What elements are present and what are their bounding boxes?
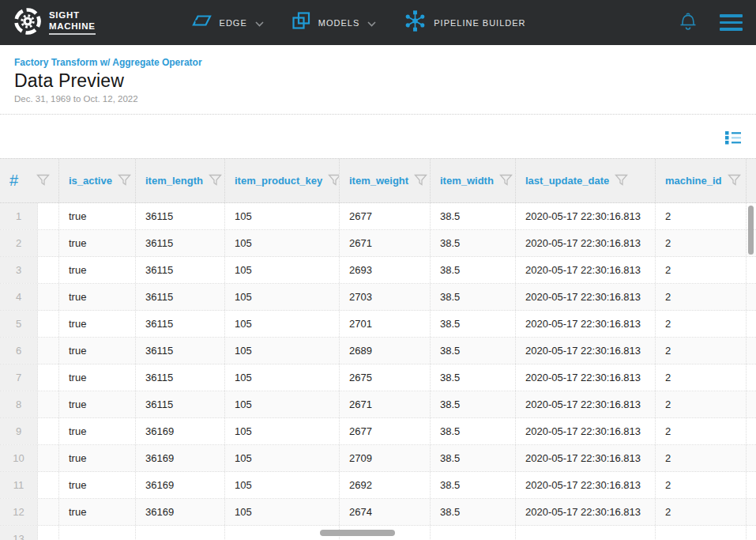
cell-clipped xyxy=(747,526,756,540)
notifications-bell-icon[interactable] xyxy=(679,10,698,35)
nav-item-pipeline-builder[interactable]: PIPELINE BUILDER xyxy=(404,10,525,35)
row-number-cell: 9 xyxy=(0,418,38,444)
filter-icon[interactable] xyxy=(414,174,427,188)
filter-icon[interactable] xyxy=(328,174,340,188)
breadcrumb-link[interactable]: Factory Transform w/ Aggregate Operator xyxy=(14,57,756,68)
horizontal-scrollbar-thumb[interactable] xyxy=(320,530,395,536)
cell-machine_id: 2 xyxy=(656,284,747,310)
column-header-item_weight[interactable]: item_weight xyxy=(340,159,431,202)
hamburger-menu-icon[interactable] xyxy=(720,14,743,31)
column-header-is_active[interactable]: is_active xyxy=(59,159,136,202)
filter-icon[interactable] xyxy=(36,174,50,188)
cell-clipped xyxy=(747,445,756,471)
cell-machine_id: 2 xyxy=(656,499,747,525)
filter-icon[interactable] xyxy=(615,174,628,188)
cell-machine_id: 2 xyxy=(656,311,747,337)
column-header-machine_id[interactable]: machine_id xyxy=(656,159,747,202)
chevron-down-icon xyxy=(367,16,376,30)
cell-item_width: 38.5 xyxy=(431,391,516,417)
cell-last_update_date: 2020-05-17 22:30:16.813 xyxy=(516,257,656,283)
table-row: 8 true 36115 105 2671 38.5 2020-05-17 22… xyxy=(0,391,756,418)
column-header-row-number[interactable]: # xyxy=(0,159,59,202)
cell-last_update_date: 2020-05-17 22:30:16.813 xyxy=(516,203,656,229)
cell-item_length: 36115 xyxy=(136,391,225,417)
cell-clipped xyxy=(747,418,756,444)
column-header-item_length[interactable]: item_length xyxy=(136,159,225,202)
cell-is_active: true xyxy=(59,230,136,256)
cell-is_active xyxy=(59,526,136,540)
cell-machine_id: 2 xyxy=(656,391,747,417)
cell-machine_id: 2 xyxy=(656,445,747,471)
cell-item_weight: 2692 xyxy=(340,472,431,498)
spacer-cell xyxy=(38,391,59,417)
table-row: 3 true 36115 105 2693 38.5 2020-05-17 22… xyxy=(0,257,756,284)
filter-icon[interactable] xyxy=(118,174,131,188)
cell-item_length: 36115 xyxy=(136,230,225,256)
column-header-item_product_key[interactable]: item_product_key xyxy=(225,159,340,202)
row-number-cell: 7 xyxy=(0,364,38,391)
cell-clipped xyxy=(747,311,756,337)
cell-is_active: true xyxy=(59,472,136,498)
column-label: item_weight xyxy=(349,175,408,187)
row-number-cell: 12 xyxy=(0,499,38,525)
cell-last_update_date: 2020-05-17 22:30:16.813 xyxy=(516,338,656,364)
sight-machine-logo[interactable]: SIGHT MACHINE xyxy=(13,7,96,39)
cell-item_product_key: 105 xyxy=(225,284,340,310)
cell-item_length: 36115 xyxy=(136,203,225,229)
cell-item_width: 38.5 xyxy=(431,257,516,283)
filter-icon[interactable] xyxy=(209,174,222,188)
column-header-item_width[interactable]: item_width xyxy=(431,159,516,202)
cell-last_update_date: 2020-05-17 22:30:16.813 xyxy=(516,418,656,444)
cell-item_weight: 2671 xyxy=(340,230,431,256)
column-header-last_update_date[interactable]: last_update_date xyxy=(516,159,656,202)
vertical-scrollbar-thumb[interactable] xyxy=(748,206,754,255)
cell-item_width: 38.5 xyxy=(431,338,516,364)
cell-item_weight: 2693 xyxy=(340,257,431,283)
table-row: 5 true 36115 105 2701 38.5 2020-05-17 22… xyxy=(0,311,756,338)
cell-clipped xyxy=(747,257,756,283)
cell-is_active: true xyxy=(59,284,136,310)
navbar-right-controls xyxy=(679,10,743,35)
cell-item_weight: 2677 xyxy=(340,203,431,229)
list-view-icon[interactable] xyxy=(725,130,741,148)
nav-item-label: EDGE xyxy=(220,18,247,28)
cell-item_weight: 2674 xyxy=(340,499,431,525)
table-row: 10 true 36169 105 2709 38.5 2020-05-17 2… xyxy=(0,445,756,472)
cell-machine_id: 2 xyxy=(656,472,747,498)
cell-item_width: 38.5 xyxy=(431,445,516,471)
nav-item-models[interactable]: MODELS xyxy=(292,12,376,33)
column-header-clipped[interactable]: m xyxy=(747,159,756,202)
cell-is_active: true xyxy=(59,311,136,337)
spacer-cell xyxy=(38,526,59,540)
cell-clipped xyxy=(747,499,756,525)
spacer-cell xyxy=(38,284,59,310)
cell-item_weight: 2689 xyxy=(340,338,431,364)
cell-is_active: true xyxy=(59,257,136,283)
cell-clipped xyxy=(747,338,756,364)
cell-item_length: 36169 xyxy=(136,445,225,471)
cell-is_active: true xyxy=(59,391,136,417)
row-number-cell: 8 xyxy=(0,391,38,417)
cell-machine_id: 2 xyxy=(656,338,747,364)
table-row: 6 true 36115 105 2689 38.5 2020-05-17 22… xyxy=(0,338,756,364)
filter-icon[interactable] xyxy=(499,174,513,188)
top-navbar: SIGHT MACHINE EDGE xyxy=(0,0,756,45)
cell-last_update_date: 2020-05-17 22:30:16.813 xyxy=(516,472,656,498)
table-toolbar xyxy=(0,115,756,158)
cell-item_length: 36115 xyxy=(136,257,225,283)
cell-last_update_date xyxy=(516,526,656,540)
cell-item_product_key: 105 xyxy=(225,203,340,229)
cell-item_length: 36115 xyxy=(136,338,225,364)
cell-last_update_date: 2020-05-17 22:30:16.813 xyxy=(516,391,656,417)
cell-last_update_date: 2020-05-17 22:30:16.813 xyxy=(516,284,656,310)
cell-item_length: 36115 xyxy=(136,364,225,391)
row-number-cell: 1 xyxy=(0,203,38,229)
cell-item_width xyxy=(431,526,516,540)
cell-last_update_date: 2020-05-17 22:30:16.813 xyxy=(516,499,656,525)
cell-item_width: 38.5 xyxy=(431,311,516,337)
nav-item-label: MODELS xyxy=(318,18,359,28)
nav-item-edge[interactable]: EDGE xyxy=(192,14,264,32)
filter-icon[interactable] xyxy=(728,174,741,188)
cell-is_active: true xyxy=(59,364,136,391)
cell-machine_id: 2 xyxy=(656,364,747,391)
